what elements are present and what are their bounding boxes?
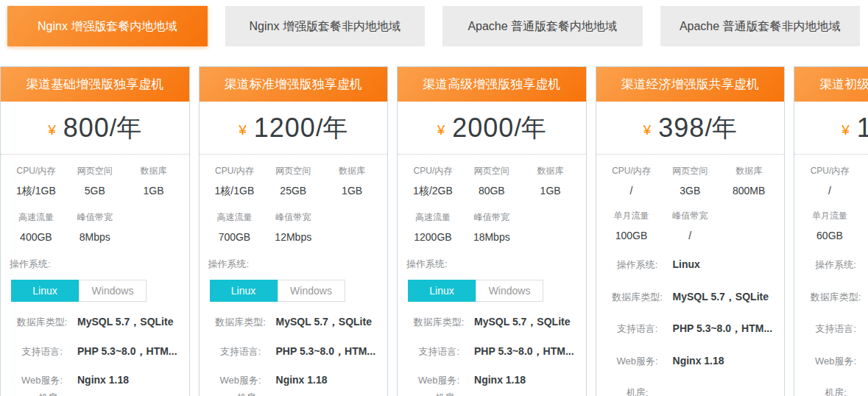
language-value: PHP 5.3~8.0，HTM... bbox=[276, 344, 376, 359]
language-value: PHP 5.3~8.0，HTM... bbox=[474, 344, 574, 359]
web-service-value: Nginx 1.18 bbox=[77, 373, 129, 388]
spec-value-traffic: 1200GB bbox=[403, 231, 462, 243]
detail-rows: 数据库类型:MySQL 5.7，SQLite 支持语言:PHP 5.3~8.0，… bbox=[7, 315, 183, 396]
spec-value-webspace: 80GB bbox=[462, 185, 521, 197]
detail-rows: 数据库类型:MySQL 5.7，SQLite 支持语言:PHP 5.3~8.0，… bbox=[205, 315, 382, 396]
spec-value-bandwidth: 8Mbps bbox=[66, 231, 124, 243]
os-option-linux[interactable]: Linux bbox=[11, 280, 79, 302]
price-unit: /年 bbox=[514, 111, 546, 145]
card-specs: CPU/内存/ 网页空间3GB 数据库800MB 单月流量100GB 峰值带宽/… bbox=[596, 155, 785, 396]
price-unit: /年 bbox=[705, 111, 736, 145]
db-type-label: 数据库类型: bbox=[409, 315, 468, 330]
spec-value-database: 1GB bbox=[124, 185, 183, 197]
spec-value-cpu: / bbox=[800, 185, 859, 197]
spec-label-webspace: 网页空间 bbox=[660, 165, 719, 177]
datacenter-label: 机房: bbox=[608, 386, 667, 396]
plan-tabs: Nginx 增强版套餐内地地域 Nginx 增强版套餐非内地地域 Apache … bbox=[0, 0, 868, 46]
os-option-windows[interactable]: Windows bbox=[278, 280, 345, 302]
spec-label-bandwidth: 峰值带宽 bbox=[264, 211, 322, 224]
card-specs: CPU/内存1核/1GB 网页空间5GB 数据库1GB 高速流量400GB 峰值… bbox=[1, 155, 189, 396]
spec-value-cpu: 1核/2GB bbox=[403, 185, 462, 198]
db-type-label: 数据库类型: bbox=[13, 315, 71, 330]
detail-rows: 操作系统:Linux 数据库类型:MySQL 5.7，SQLite 支持语言:P… bbox=[602, 258, 779, 396]
language-value: PHP 5.3~8.0，HTM... bbox=[77, 344, 177, 359]
spec-label-bandwidth: 峰值带宽 bbox=[66, 211, 124, 224]
spec-label-traffic: 高速流量 bbox=[403, 211, 462, 224]
card-title: 渠道高级增强版独享虚机 bbox=[398, 67, 586, 102]
language-label: 支持语言: bbox=[806, 322, 865, 336]
spec-label-webspace: 网页空间 bbox=[264, 165, 322, 177]
db-type-label: 数据库类型: bbox=[806, 290, 865, 305]
datacenter-label: 机房: bbox=[806, 386, 865, 396]
price-amount: 398 bbox=[658, 113, 705, 144]
pricing-card-economy: 渠道经济增强版共享虚机 ¥ 398 /年 CPU/内存/ 网页空间3GB 数据库… bbox=[596, 66, 786, 396]
web-service-value: Nginx 1.18 bbox=[276, 373, 328, 388]
spec-value-database: 1GB bbox=[521, 185, 580, 197]
web-service-value: Nginx 1.18 bbox=[673, 354, 724, 369]
db-type-label: 数据库类型: bbox=[608, 290, 667, 305]
os-option-linux[interactable]: Linux bbox=[408, 280, 476, 302]
spec-label-bandwidth: 峰值带宽 bbox=[859, 210, 868, 222]
spec-value-webspace: 5GB bbox=[66, 185, 124, 197]
pricing-card-standard: 渠道标准增强版独享虚机 ¥ 1200 /年 CPU/内存1核/1GB 网页空间2… bbox=[199, 66, 389, 396]
spec-value-bandwidth: 18Mbps bbox=[462, 231, 521, 243]
price-unit: /年 bbox=[110, 111, 141, 145]
card-price: ¥ 800 /年 bbox=[1, 102, 189, 155]
language-label: 支持语言: bbox=[13, 344, 71, 359]
spec-value-cpu: 1核/1GB bbox=[7, 185, 66, 198]
spec-label-bandwidth: 峰值带宽 bbox=[660, 210, 719, 222]
pricing-card-entry: 渠道初级增强版共享虚机 ¥ 198 /年 CPU/内存/ 网页空间1GB 数据库… bbox=[794, 66, 868, 396]
card-price: ¥ 198 /年 bbox=[794, 102, 868, 155]
currency-symbol: ¥ bbox=[48, 122, 56, 138]
os-label: 操作系统: bbox=[406, 258, 580, 271]
os-option-windows[interactable]: Windows bbox=[79, 280, 147, 302]
detail-rows: 操作系统:Linux 数据库类型:MySQL 5.7，SQLite 支持语言:P… bbox=[800, 258, 868, 396]
os-value: Linux bbox=[673, 258, 700, 272]
spec-value-traffic: 60GB bbox=[800, 230, 859, 241]
spec-label-webspace: 网页空间 bbox=[66, 165, 124, 177]
card-specs: CPU/内存1核/1GB 网页空间25GB 数据库1GB 高速流量700GB 峰… bbox=[200, 155, 388, 396]
spec-label-cpu: CPU/内存 bbox=[205, 165, 264, 177]
datacenter-label: 机房: bbox=[20, 391, 79, 396]
card-specs: CPU/内存1核/2GB 网页空间80GB 数据库1GB 高速流量1200GB … bbox=[398, 155, 586, 396]
tab-nginx-enhanced-non-mainland[interactable]: Nginx 增强版套餐非内地地域 bbox=[225, 6, 426, 46]
spec-value-webspace: 3GB bbox=[660, 185, 719, 197]
datacenter-label: 机房: bbox=[417, 391, 476, 396]
language-label: 支持语言: bbox=[608, 322, 667, 336]
spec-label-cpu: CPU/内存 bbox=[602, 165, 661, 177]
price-amount: 1200 bbox=[254, 113, 316, 144]
spec-label-database: 数据库 bbox=[322, 165, 381, 177]
language-value: PHP 5.3~8.0，HTM... bbox=[673, 322, 773, 336]
spec-value-traffic: 700GB bbox=[205, 231, 264, 243]
spec-label-cpu: CPU/内存 bbox=[800, 165, 859, 177]
db-type-label: 数据库类型: bbox=[211, 315, 270, 330]
web-service-label: Web服务: bbox=[806, 354, 865, 369]
pricing-card-basic: 渠道基础增强版独享虚机 ¥ 800 /年 CPU/内存1核/1GB 网页空间5G… bbox=[0, 66, 190, 396]
spec-value-traffic: 100GB bbox=[602, 230, 661, 241]
os-option-linux[interactable]: Linux bbox=[210, 280, 278, 302]
price-unit: /年 bbox=[316, 111, 347, 145]
spec-value-database: 1GB bbox=[322, 185, 381, 197]
spec-value-cpu: 1核/1GB bbox=[205, 185, 264, 198]
tab-apache-basic-mainland[interactable]: Apache 普通版套餐内地地域 bbox=[442, 6, 643, 46]
tab-apache-basic-non-mainland[interactable]: Apache 普通版套餐非内地地域 bbox=[660, 6, 861, 46]
spec-value-webspace: 1GB bbox=[859, 185, 868, 197]
card-title: 渠道经济增强版共享虚机 bbox=[596, 67, 785, 102]
os-toggle: Linux Windows bbox=[11, 280, 183, 302]
web-service-label: Web服务: bbox=[211, 373, 270, 388]
spec-value-webspace: 25GB bbox=[264, 185, 322, 197]
web-service-value: Nginx 1.18 bbox=[474, 373, 526, 388]
spec-label-bandwidth: 峰值带宽 bbox=[462, 211, 521, 224]
spec-value-database: 800MB bbox=[719, 185, 778, 197]
currency-symbol: ¥ bbox=[643, 122, 652, 138]
currency-symbol: ¥ bbox=[239, 122, 247, 138]
os-label: 操作系统: bbox=[806, 258, 865, 272]
spec-label-traffic: 高速流量 bbox=[7, 211, 66, 224]
os-option-windows[interactable]: Windows bbox=[476, 280, 543, 302]
spec-label-traffic: 高速流量 bbox=[205, 211, 264, 224]
card-price: ¥ 2000 /年 bbox=[398, 102, 586, 155]
pricing-cards-row: 渠道基础增强版独享虚机 ¥ 800 /年 CPU/内存1核/1GB 网页空间5G… bbox=[0, 66, 868, 396]
tab-nginx-enhanced-mainland[interactable]: Nginx 增强版套餐内地地域 bbox=[7, 6, 208, 46]
currency-symbol: ¥ bbox=[841, 122, 850, 138]
card-title: 渠道基础增强版独享虚机 bbox=[1, 67, 189, 102]
